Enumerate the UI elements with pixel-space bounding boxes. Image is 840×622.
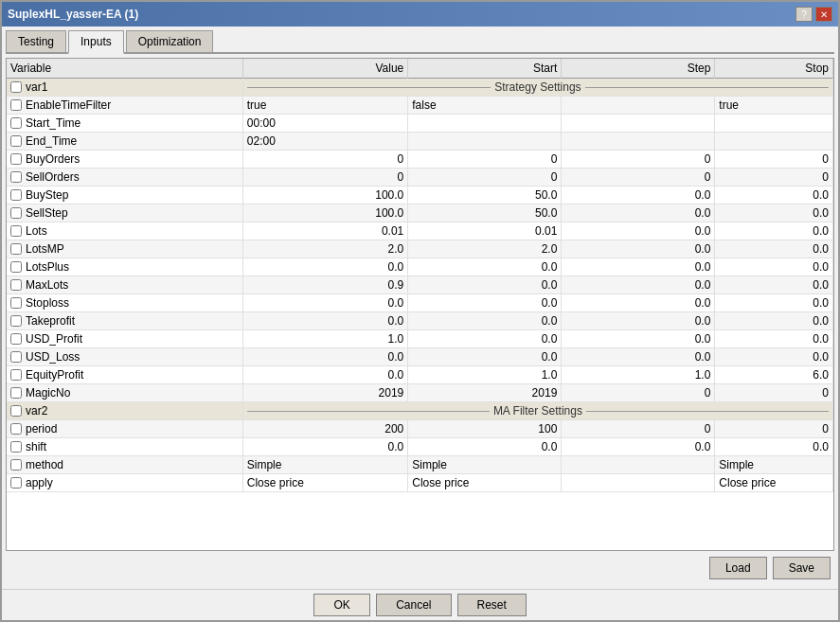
row-checkbox[interactable] [10,351,22,363]
row-checkbox[interactable] [10,297,22,309]
value-cell: Simple [242,456,408,474]
variable-cell: Stoploss [7,294,242,312]
tab-testing[interactable]: Testing [6,30,66,52]
stop-cell [715,133,833,151]
step-cell: 0.0 [562,348,715,366]
variable-cell: BuyStep [7,187,242,204]
tab-optimization[interactable]: Optimization [126,30,214,52]
table-row: shift0.00.00.00.0 [7,438,833,456]
var-label: SellStep [26,206,68,220]
table-row: USD_Profit1.00.00.00.0 [7,330,833,348]
row-checkbox[interactable] [10,81,22,93]
variable-cell: Start_Time [7,115,242,133]
start-cell: 0.0 [408,258,562,276]
var-label: End_Time [26,134,77,148]
ok-button[interactable]: OK [313,594,370,616]
variable-cell: EnableTimeFilter [7,97,242,115]
row-checkbox[interactable] [10,369,22,381]
stop-cell: 0 [715,420,833,438]
help-button[interactable]: ? [795,7,813,22]
step-cell: 0.0 [562,204,715,222]
reset-button[interactable]: Reset [457,594,527,616]
value-cell: 00:00 [242,115,408,133]
variable-cell: EquityProfit [7,366,242,384]
start-cell [408,133,562,151]
tab-inputs[interactable]: Inputs [68,30,124,54]
var-label: SellOrders [26,170,80,184]
row-checkbox[interactable] [10,279,22,291]
table-row: Takeprofit0.00.00.00.0 [7,312,833,330]
start-cell: 0.0 [408,330,562,348]
cancel-button[interactable]: Cancel [376,594,451,616]
stop-cell: 0 [715,384,833,402]
start-cell: 50.0 [408,187,562,204]
start-cell: 2.0 [408,240,562,258]
stop-cell: Simple [715,456,833,474]
variable-cell: BuyOrders [7,151,242,169]
row-checkbox[interactable] [10,441,22,453]
window-title: SuplexHL_yasser-EA (1) [8,8,138,21]
table-row: SellStep100.050.00.00.0 [7,204,833,222]
variable-cell: SellOrders [7,169,242,187]
variable-cell: shift [7,438,242,456]
stop-cell: 0.0 [715,438,833,456]
value-cell: 100.0 [242,187,408,204]
start-cell: 0 [408,151,562,169]
value-cell: 02:00 [242,133,408,151]
step-cell: 0 [562,420,715,438]
value-cell: Close price [242,474,408,492]
var-label: EnableTimeFilter [26,98,111,112]
var-label: Stoploss [26,296,69,310]
row-checkbox[interactable] [10,315,22,327]
row-checkbox[interactable] [10,189,22,201]
table-row: SellOrders0000 [7,169,833,187]
step-cell: 1.0 [562,366,715,384]
row-checkbox[interactable] [10,333,22,345]
row-checkbox[interactable] [10,117,22,129]
row-checkbox[interactable] [10,261,22,273]
step-cell: 0.0 [562,312,715,330]
row-checkbox[interactable] [10,153,22,165]
stop-cell: true [715,97,833,115]
section-header-cell: Strategy Settings [242,79,832,97]
table-row: MagicNo2019201900 [7,384,833,402]
row-checkbox[interactable] [10,459,22,471]
var-label: var2 [26,404,47,418]
save-button[interactable]: Save [773,557,831,579]
close-button[interactable]: ✕ [815,7,832,22]
table-row: methodSimpleSimpleSimple [7,456,833,474]
table-row: EnableTimeFiltertruefalsetrue [7,97,833,115]
stop-cell: 0.0 [715,222,833,240]
step-cell [562,115,715,133]
variable-cell: MagicNo [7,384,242,402]
var-label: LotsPlus [26,260,69,274]
variable-cell: LotsPlus [7,258,242,276]
row-checkbox[interactable] [10,99,22,111]
row-checkbox[interactable] [10,423,22,435]
var-label: USD_Loss [26,350,80,364]
step-cell: 0.0 [562,438,715,456]
row-checkbox[interactable] [10,405,22,417]
stop-cell: 0.0 [715,258,833,276]
row-checkbox[interactable] [10,477,22,489]
tab-bar: Testing Inputs Optimization [6,30,834,54]
load-button[interactable]: Load [709,557,767,579]
step-cell: 0 [562,169,715,187]
row-checkbox[interactable] [10,387,22,399]
var-label: MagicNo [26,386,70,400]
var-label: BuyOrders [26,152,80,166]
row-checkbox[interactable] [10,207,22,219]
table-row: MaxLots0.90.00.00.0 [7,276,833,294]
row-checkbox[interactable] [10,135,22,147]
variable-cell: Takeprofit [7,312,242,330]
variable-cell: LotsMP [7,240,242,258]
row-checkbox[interactable] [10,243,22,255]
stop-cell: Close price [715,474,833,492]
row-checkbox[interactable] [10,171,22,183]
value-cell: 200 [242,420,408,438]
value-cell: 2019 [242,384,408,402]
start-cell: 50.0 [408,204,562,222]
variable-cell: method [7,456,242,474]
row-checkbox[interactable] [10,225,22,237]
start-cell: 0.0 [408,438,562,456]
